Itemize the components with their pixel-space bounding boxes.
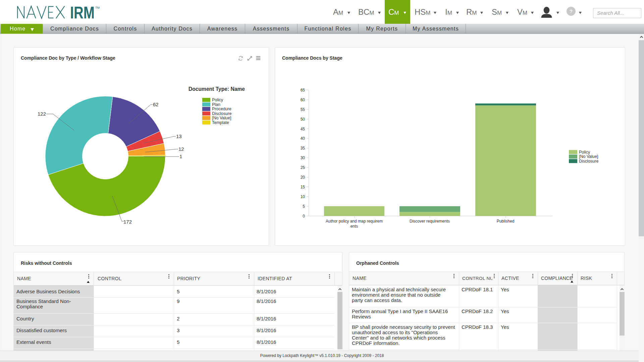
svg-text:5: 5 (303, 204, 305, 209)
svg-text:45: 45 (301, 127, 305, 131)
svg-text:13: 13 (176, 133, 182, 139)
svg-text:ents: ents (351, 224, 358, 229)
svg-text:0: 0 (303, 214, 305, 219)
svg-text:35: 35 (301, 146, 305, 150)
svg-text:TM: TM (95, 6, 100, 9)
svg-text:1: 1 (179, 154, 182, 159)
svg-text:65: 65 (301, 88, 305, 93)
svg-text:Procedure: Procedure (212, 107, 231, 111)
svg-text:55: 55 (301, 107, 305, 112)
svg-text:Document Type: Name: Document Type: Name (189, 86, 245, 92)
svg-text:25: 25 (301, 165, 305, 170)
svg-text:Plan: Plan (212, 102, 220, 107)
svg-text:IRM: IRM (70, 5, 95, 19)
svg-text:Published: Published (497, 219, 515, 224)
svg-text:Disclosure: Disclosure (212, 111, 231, 116)
svg-text:60: 60 (301, 98, 305, 102)
svg-text:Author policy and map requirem: Author policy and map requirem (326, 219, 383, 224)
svg-text:Disclosure: Disclosure (579, 159, 598, 164)
svg-text:Policy: Policy (212, 98, 223, 102)
svg-text:62: 62 (153, 102, 159, 107)
svg-text:Discover requirements: Discover requirements (410, 219, 450, 224)
svg-text:40: 40 (301, 136, 305, 141)
svg-text:12: 12 (178, 146, 184, 152)
svg-text:122: 122 (38, 111, 46, 117)
svg-text:15: 15 (301, 185, 305, 189)
svg-text:10: 10 (301, 194, 305, 199)
svg-text:[No Value]: [No Value] (212, 116, 231, 120)
svg-text:50: 50 (301, 117, 305, 122)
svg-text:Template: Template (212, 120, 229, 125)
svg-text:20: 20 (301, 175, 305, 180)
svg-text:[No Value]: [No Value] (579, 154, 598, 159)
svg-text:30: 30 (301, 156, 305, 160)
svg-text:172: 172 (123, 219, 132, 225)
svg-text:Policy: Policy (579, 150, 590, 155)
